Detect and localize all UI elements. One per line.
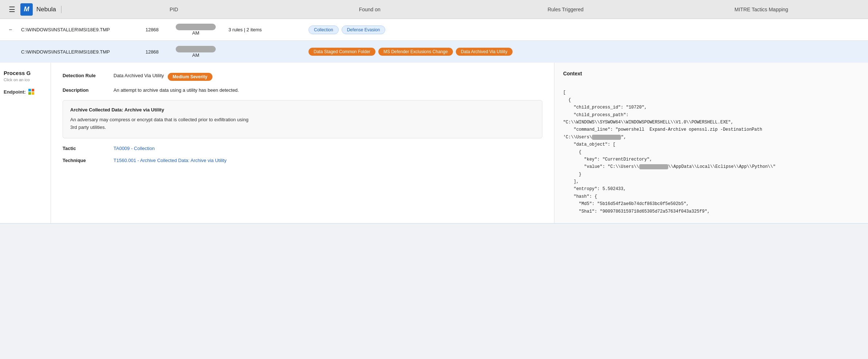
found-text-1: AM [192, 30, 199, 36]
row-pid-1: 12868 [138, 27, 167, 32]
table-area: − C:\WINDOWS\INSTALLER\MSI18E9.TMP 12868… [0, 19, 868, 224]
context-title: Context [563, 71, 859, 76]
windows-icon [28, 88, 35, 95]
description-value: An attempt to archive data using a utili… [114, 87, 239, 93]
row-2-header: C:\WINDOWS\INSTALLER\MSI18E9.TMP 12868 A… [0, 41, 868, 63]
detail-right-panel: Context [ { "child_process_id": "10720",… [554, 63, 868, 223]
archive-box-desc: An adversary may compress or encrypt dat… [70, 116, 535, 131]
endpoint-label: Endpoint: [4, 89, 26, 95]
severity-badge: Medium Severity [168, 73, 212, 81]
technique-link[interactable]: T1560.001 - Archive Collected Data: Arch… [114, 158, 227, 163]
table-row-1[interactable]: − C:\WINDOWS\INSTALLER\MSI18E9.TMP 12868… [0, 19, 868, 41]
table-row-2-expanded: C:\WINDOWS\INSTALLER\MSI18E9.TMP 12868 A… [0, 41, 868, 224]
tactic-link[interactable]: TA0009 - Collection [114, 146, 155, 151]
detection-rule-label: Detection Rule [63, 73, 114, 78]
left-sidebar: Process G Click on an ico Endpoint: [0, 63, 51, 223]
menu-icon[interactable]: ☰ [9, 5, 15, 14]
tactic-badge-collection[interactable]: Collection [308, 25, 339, 34]
tactic-badge-defense-evasion[interactable]: Defense Evasion [342, 25, 386, 34]
process-subtitle: Click on an ico [4, 78, 47, 82]
process-title: Process G [4, 70, 47, 76]
row-path-2: C:\WINDOWS\INSTALLER\MSI18E9.TMP [21, 49, 138, 55]
archive-box-title: Archive Collected Data: Archive via Util… [70, 107, 535, 113]
found-text-2: AM [192, 52, 199, 58]
tactic-label: Tactic [63, 146, 114, 151]
row-toggle-1[interactable]: − [9, 27, 16, 33]
detection-rule-row: Detection Rule Data Archived Via Utility… [63, 73, 542, 81]
logo-icon: M [20, 3, 33, 16]
col-found-on: Found on [272, 7, 467, 12]
svg-rect-3 [32, 92, 34, 95]
col-rules: Rules Triggered [467, 7, 663, 12]
brand-name: Nebula [36, 6, 61, 13]
endpoint-row: Endpoint: [4, 88, 47, 95]
found-bar-2 [176, 46, 216, 52]
svg-rect-2 [28, 92, 31, 95]
col-pid: PID [76, 7, 272, 12]
topbar: ☰ M Nebula PID Found on Rules Triggered … [0, 0, 868, 19]
tactic-row: Tactic TA0009 - Collection [63, 146, 542, 151]
archive-box: Archive Collected Data: Archive via Util… [63, 100, 542, 138]
row-badges-2: Data Staged Common Folder MS Defender Ex… [305, 48, 859, 56]
detail-panel: Process G Click on an ico Endpoint: [0, 63, 868, 223]
svg-rect-1 [32, 89, 34, 91]
row-found-2: AM [167, 46, 225, 58]
badge-data-staged[interactable]: Data Staged Common Folder [308, 48, 375, 56]
badge-data-archived[interactable]: Data Archived Via Utility [456, 48, 513, 56]
row-path-1: C:\WINDOWS\INSTALLER\MSI18E9.TMP [21, 27, 138, 32]
context-code: [ { "child_process_id": "10720", "child_… [563, 82, 859, 215]
description-row: Description An attempt to archive data u… [63, 87, 542, 93]
detection-rule-value: Data Archived Via Utility [114, 73, 164, 78]
found-bar-1 [176, 24, 216, 30]
col-mitre: MITRE Tactics Mapping [664, 7, 859, 12]
badge-ms-defender[interactable]: MS Defender Exclusions Change [378, 48, 453, 56]
description-label: Description [63, 87, 114, 93]
svg-rect-0 [28, 89, 31, 91]
technique-row: Technique T1560.001 - Archive Collected … [63, 158, 542, 163]
detail-left-panel: Detection Rule Data Archived Via Utility… [51, 63, 554, 223]
row-found-1: AM [167, 24, 225, 36]
row-rules-1: 3 rules | 2 items [225, 27, 305, 32]
technique-label: Technique [63, 158, 114, 163]
column-headers: PID Found on Rules Triggered MITRE Tacti… [76, 7, 859, 12]
row-pid-2: 12868 [138, 49, 167, 55]
row-tactics-1: Collection Defense Evasion [305, 25, 859, 34]
